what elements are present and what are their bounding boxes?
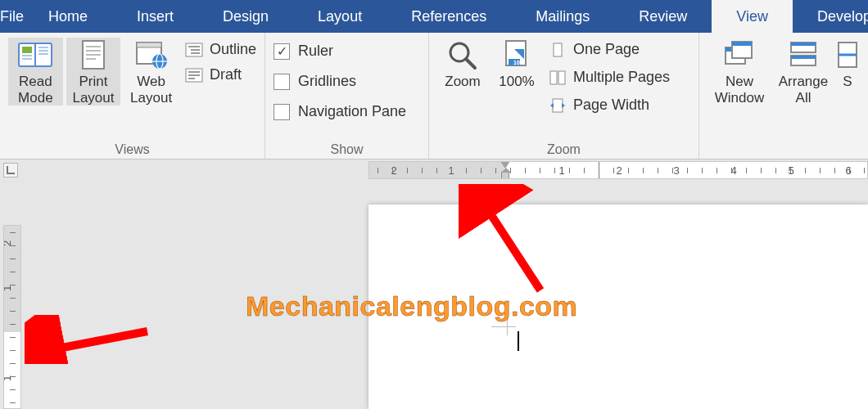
web-layout-label: Web Layout [124,74,179,106]
svg-rect-2 [22,47,32,53]
page-width-button[interactable]: Page Width [549,97,670,114]
svg-rect-41 [732,42,752,46]
group-window-label [708,154,860,157]
svg-rect-45 [791,56,816,59]
tab-developer[interactable]: Develop [793,0,868,33]
hundred-percent-icon: 100 [500,39,534,70]
ruler-number: 2 [616,164,622,177]
one-page-icon [549,43,567,57]
outline-button[interactable]: Outline [185,41,256,58]
ruler-number: 1 [3,285,13,291]
svg-rect-33 [550,71,557,84]
group-views: Read Mode Print Layout Web Layout Outlin… [0,33,265,159]
tab-insert[interactable]: Insert [112,0,198,33]
new-window-label: New Window [708,74,771,106]
svg-marker-36 [550,103,554,108]
arrange-all-button[interactable]: Arrange All [775,38,832,106]
tab-review[interactable]: Review [614,0,712,33]
ruler-number: 1 [558,164,564,177]
multiple-pages-icon [549,70,567,85]
print-layout-button[interactable]: Print Layout [66,38,121,106]
split-label: S [843,74,852,90]
new-window-button[interactable]: New Window [708,38,771,106]
tab-view[interactable]: View [712,0,793,33]
annotation-arrow-icon [25,315,156,364]
ruler-number: 5 [788,164,793,177]
navigation-pane-checkbox[interactable]: Navigation Pane [274,103,406,120]
svg-text:100: 100 [513,60,523,65]
horizontal-ruler[interactable]: 2 1 1 2 3 4 5 6 7 [368,161,868,179]
tab-references[interactable]: References [387,0,511,33]
group-zoom: Zoom 100 100% One Page Multiple Pages Pa… [429,33,699,159]
ruler-label: Ruler [298,43,333,60]
draft-button[interactable]: Draft [185,66,256,83]
hundred-percent-button[interactable]: 100 100% [491,38,542,90]
split-icon [837,39,858,70]
svg-rect-35 [553,99,563,112]
tab-design[interactable]: Design [198,0,293,33]
zoom-icon [445,39,480,70]
zoom-button[interactable]: Zoom [437,38,488,90]
web-layout-icon [134,39,169,70]
tab-home[interactable]: Home [24,0,112,33]
group-show-label: Show [274,139,420,157]
read-mode-label: Read Mode [8,74,63,106]
gridlines-checkbox[interactable]: Gridlines [274,73,406,90]
svg-rect-4 [22,58,32,60]
one-page-label: One Page [573,41,640,58]
group-views-label: Views [8,139,256,157]
draft-icon [185,68,203,83]
hundred-percent-label: 100% [499,74,534,90]
arrange-all-icon [786,39,821,70]
ruler-number: 3 [673,164,679,177]
svg-rect-34 [558,71,565,84]
page-width-icon [549,98,567,113]
read-mode-icon [18,39,52,70]
svg-rect-11 [86,54,101,56]
gridlines-label: Gridlines [298,73,356,90]
multiple-pages-button[interactable]: Multiple Pages [549,69,670,86]
ribbon-tabs-bar: File Home Insert Design Layout Reference… [0,0,868,33]
ruler-number: 6 [845,164,851,177]
ruler-checkbox[interactable]: Ruler [274,43,406,60]
svg-marker-37 [562,103,565,108]
page-width-label: Page Width [573,97,649,114]
draft-label: Draft [210,66,242,83]
arrange-all-label: Arrange All [775,74,832,106]
checkbox-icon [274,74,290,90]
svg-rect-9 [86,46,101,47]
svg-rect-12 [86,58,96,60]
tab-mailings[interactable]: Mailings [511,0,614,33]
svg-line-27 [466,59,475,68]
watermark-text: Mechanicalengblog.com [246,290,577,322]
navigation-pane-label: Navigation Pane [298,103,406,120]
svg-rect-32 [554,43,562,56]
web-layout-button[interactable]: Web Layout [124,38,179,106]
new-window-icon [722,39,757,70]
checkbox-icon [274,104,290,120]
hanging-indent-marker[interactable] [501,172,509,179]
svg-line-51 [41,331,147,352]
outline-icon [185,43,203,57]
print-layout-label: Print Layout [66,74,121,106]
svg-rect-5 [38,47,48,48]
read-mode-button[interactable]: Read Mode [8,38,63,106]
tab-layout[interactable]: Layout [293,0,387,33]
checkbox-icon [274,43,290,60]
ribbon: Read Mode Print Layout Web Layout Outlin… [0,33,868,160]
outline-label: Outline [210,41,256,58]
group-zoom-label: Zoom [437,139,690,157]
svg-rect-6 [38,50,48,52]
zoom-label: Zoom [445,74,480,90]
tab-file[interactable]: File [0,0,24,33]
svg-rect-10 [86,50,101,52]
document-area: 2 1 1 2 3 4 5 6 7 2 1 1 Mechanicalengblo… [0,160,868,409]
svg-rect-14 [137,43,161,47]
split-button[interactable]: S [835,38,860,90]
ruler-origin-icon[interactable] [3,163,18,178]
text-cursor [518,331,519,351]
one-page-button[interactable]: One Page [549,41,670,58]
print-layout-icon [76,39,111,70]
vertical-ruler[interactable]: 2 1 1 [3,225,21,409]
group-show: Ruler Gridlines Navigation Pane Show [265,33,429,159]
